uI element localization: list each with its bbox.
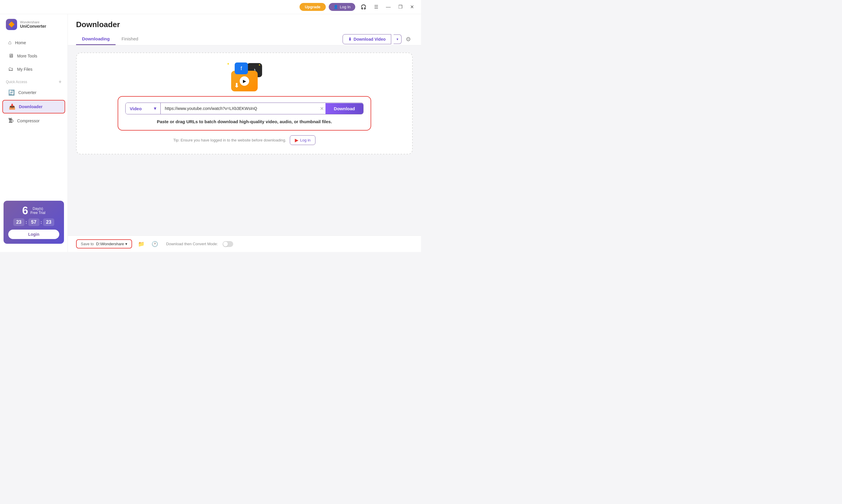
app-brand: Wondershare	[20, 20, 46, 24]
convert-mode-label: Download then Convert Mode:	[166, 242, 218, 246]
timer-hours: 23	[13, 218, 24, 226]
play-button-illus: ▶	[240, 76, 249, 86]
open-folder-button[interactable]: 📁	[137, 240, 146, 249]
history-button[interactable]: 🕐	[150, 240, 159, 249]
url-input-container: Video Audio Thumbnail ▾ ✕ Download Paste…	[118, 96, 371, 130]
save-to-path[interactable]: D:\Wondershare ▾	[96, 242, 127, 246]
drop-zone: ✦ ♪ ✦ ⬇ ▶ f	[76, 52, 413, 155]
media-type-selector[interactable]: Video Audio Thumbnail ▾	[126, 103, 161, 114]
titlebar: Upgrade 👤 Log In 🎧 ☰ — ❐ ✕	[0, 0, 421, 14]
page-title: Downloader	[76, 20, 413, 29]
timer-minutes: 57	[28, 218, 39, 226]
converter-icon: 🔄	[8, 89, 15, 96]
tabs: Downloading Finished	[76, 33, 144, 45]
downloader-icon: 📥	[9, 104, 15, 110]
save-to-label: Save to	[81, 242, 94, 246]
sidebar-item-label: Downloader	[19, 104, 42, 109]
content-header: Downloader Downloading Finished ⬇ Downlo…	[68, 14, 421, 46]
my-files-icon: 🗂	[8, 66, 14, 72]
content-area: Downloader Downloading Finished ⬇ Downlo…	[68, 14, 421, 252]
sidebar-item-label: Compressor	[17, 119, 39, 123]
youtube-login-button[interactable]: ▶ Log in	[290, 135, 316, 145]
timer-seconds: 23	[43, 218, 54, 226]
maximize-button[interactable]: ❐	[396, 3, 405, 11]
home-icon: ⌂	[8, 39, 12, 46]
sidebar-item-downloader[interactable]: 📥 Downloader	[2, 100, 65, 113]
sidebar-item-converter[interactable]: 🔄 Converter	[2, 86, 65, 99]
quick-access-label: Quick Access	[6, 80, 27, 84]
download-video-dropdown-button[interactable]: ▾	[394, 35, 401, 44]
youtube-icon: ▶	[295, 137, 298, 143]
toggle-knob	[223, 242, 228, 247]
sidebar-item-home[interactable]: ⌂ Home	[2, 37, 65, 49]
tip-row: Tip: Ensure you have logged in to the we…	[173, 135, 316, 145]
upgrade-button[interactable]: Upgrade	[300, 3, 326, 11]
clear-url-button[interactable]: ✕	[318, 104, 325, 113]
bottom-bar: Save to D:\Wondershare ▾ 📁 🕐 Download th…	[68, 235, 421, 252]
sidebar-item-my-files[interactable]: 🗂 My Files	[2, 63, 65, 75]
more-tools-icon: 🖥	[8, 53, 14, 59]
download-arrow-icon: ⬇	[348, 37, 352, 41]
chevron-down-icon: ▾	[154, 106, 156, 111]
trial-days-number: 6	[22, 205, 28, 216]
trial-login-button[interactable]: Login	[8, 230, 59, 239]
sidebar-item-label: My Files	[17, 67, 32, 72]
tab-finished[interactable]: Finished	[115, 33, 144, 45]
app-logo: 🔶	[6, 19, 17, 30]
star-decoration: ✦	[227, 62, 230, 66]
tip-text: Tip: Ensure you have logged in to the we…	[173, 138, 286, 142]
paste-hint-text: Paste or drag URLs to batch download hig…	[157, 119, 332, 124]
app-product: UniConverter	[20, 24, 46, 29]
main-layout: 🔶 Wondershare UniConverter ⌂ Home 🖥 More…	[0, 14, 421, 252]
type-dropdown[interactable]: Video Audio Thumbnail	[130, 106, 152, 111]
url-input-field[interactable]	[161, 103, 318, 114]
top-login-button[interactable]: 👤 Log In	[329, 3, 355, 11]
menu-icon-button[interactable]: ☰	[372, 3, 381, 11]
sidebar-item-label: Converter	[18, 90, 36, 95]
star-decoration-2: ✦	[258, 64, 261, 67]
logo-area: 🔶 Wondershare UniConverter	[0, 19, 68, 36]
save-to-container: Save to D:\Wondershare ▾	[76, 239, 132, 249]
save-path-value: D:\Wondershare	[96, 242, 124, 246]
download-illustration: ✦ ♪ ✦ ⬇ ▶ f	[227, 62, 262, 91]
compressor-icon: 🗜	[8, 118, 14, 124]
chevron-down-icon: ▾	[125, 242, 127, 246]
sidebar: 🔶 Wondershare UniConverter ⌂ Home 🖥 More…	[0, 14, 68, 252]
add-quick-access-button[interactable]: +	[58, 79, 61, 85]
settings-icon-button[interactable]: ⚙	[404, 34, 413, 44]
sidebar-item-compressor[interactable]: 🗜 Compressor	[2, 115, 65, 127]
download-area: ✦ ♪ ✦ ⬇ ▶ f	[68, 46, 421, 235]
headset-icon-button[interactable]: 🎧	[358, 3, 369, 11]
facebook-card: f	[235, 62, 248, 74]
download-arrow: ⬇	[234, 82, 239, 89]
sidebar-item-label: More Tools	[17, 54, 37, 58]
download-go-button[interactable]: Download	[325, 103, 363, 114]
tab-downloading[interactable]: Downloading	[76, 33, 115, 45]
quick-access-section: Quick Access +	[0, 76, 68, 86]
url-row: Video Audio Thumbnail ▾ ✕ Download	[125, 103, 363, 114]
download-video-button[interactable]: ⬇ Download Video	[343, 34, 391, 44]
user-icon: 👤	[334, 5, 338, 9]
sidebar-item-label: Home	[15, 40, 26, 45]
trial-days-label: Day(s)Free Trial	[30, 206, 46, 215]
trial-timer: 23 : 57 : 23	[8, 218, 59, 226]
sidebar-item-more-tools[interactable]: 🖥 More Tools	[2, 50, 65, 62]
close-button[interactable]: ✕	[408, 3, 416, 11]
minimize-button[interactable]: —	[383, 3, 393, 11]
convert-mode-toggle[interactable]	[222, 241, 233, 247]
trial-widget: 6 Day(s)Free Trial 23 : 57 : 23 Login	[3, 201, 64, 244]
